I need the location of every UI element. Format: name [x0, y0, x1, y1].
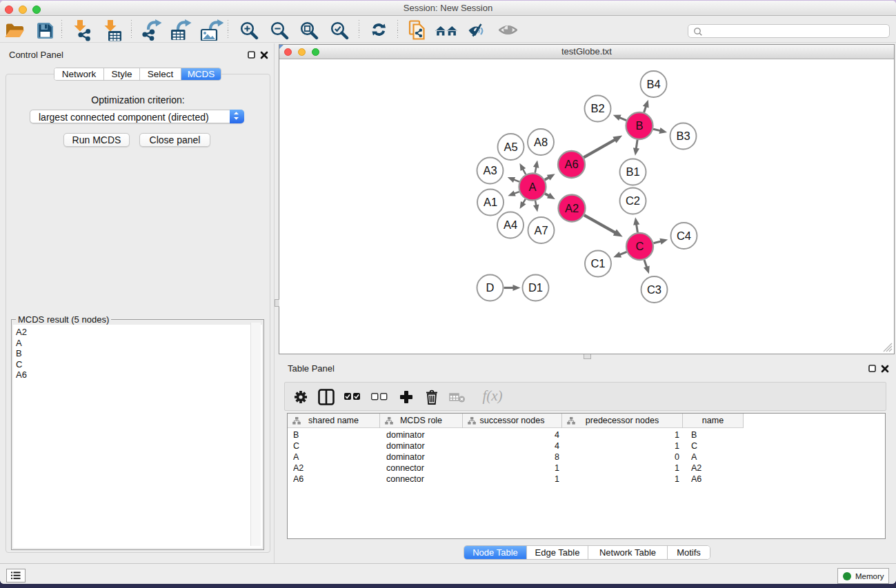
- svg-text:C1: C1: [590, 257, 605, 270]
- svg-text:A2: A2: [565, 202, 579, 214]
- svg-text:A: A: [528, 181, 536, 193]
- svg-text:A8: A8: [534, 136, 548, 148]
- svg-text:B1: B1: [626, 165, 639, 178]
- svg-text:B2: B2: [590, 102, 604, 114]
- svg-text:C3: C3: [647, 283, 661, 296]
- svg-text:A7: A7: [534, 224, 548, 236]
- svg-text:B4: B4: [646, 78, 660, 90]
- svg-text:A1: A1: [484, 196, 497, 208]
- svg-text:B: B: [635, 119, 643, 132]
- svg-text:D: D: [486, 281, 495, 294]
- svg-text:C2: C2: [626, 194, 640, 207]
- svg-text:C4: C4: [677, 230, 691, 242]
- svg-text:A3: A3: [483, 164, 497, 176]
- svg-text:B3: B3: [676, 130, 690, 142]
- svg-text:A6: A6: [564, 158, 578, 170]
- svg-text:A5: A5: [504, 141, 517, 153]
- svg-text:C: C: [636, 240, 644, 252]
- svg-text:A4: A4: [504, 219, 517, 231]
- svg-text:D1: D1: [528, 281, 543, 294]
